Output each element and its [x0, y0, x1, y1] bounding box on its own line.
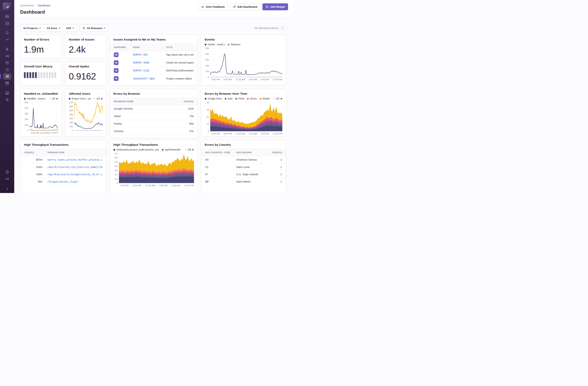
legend-item[interactable]: Releases — [228, 43, 240, 46]
assignee-avatar[interactable]: TE — [114, 52, 119, 57]
legend-item[interactable]: Handled : count( ) — [24, 97, 46, 100]
transaction-link[interactable]: /api/0/internal/rpc/{service_name}/{meth… — [47, 165, 102, 168]
legend-item[interactable]: Mobile S — [260, 97, 270, 100]
sidebar-item-stats[interactable] — [3, 90, 11, 96]
legend-item[interactable]: Known Users : cour — [69, 97, 91, 100]
ondemand-metrics-toggle[interactable] — [281, 26, 288, 30]
legend-label: Known Users : cour — [72, 97, 91, 100]
legend-dot-icon — [205, 44, 207, 45]
legend-label: /api/0/internal/r — [165, 148, 180, 151]
transaction-row: 109m/api/0/projects/{organization_id_or_… — [20, 171, 106, 178]
legend-dot-icon — [24, 98, 26, 100]
transaction-link[interactable]: sentry.tasks.process_buffer.process_incr — [47, 158, 102, 161]
releases-filter[interactable]: All Releases — [80, 24, 108, 32]
issue-link[interactable]: JAVASCRIPT-1BG2 — [133, 77, 166, 80]
assignee-avatar[interactable]: TE — [114, 76, 119, 81]
transaction-row: 367msentry.tasks.process_buffer.process_… — [20, 156, 106, 163]
x-tick-label: 12:00 PM — [273, 133, 282, 135]
assignee-avatar[interactable]: TE — [114, 60, 119, 65]
legend-item[interactable]: Google Chrome — [205, 97, 222, 100]
sidebar-item-issues[interactable] — [3, 13, 11, 20]
assignee-cell: TE — [114, 52, 133, 57]
projects-filter[interactable]: All Projects — [20, 24, 44, 32]
chevron-down-icon — [104, 27, 106, 29]
country-code: MF — [205, 180, 236, 183]
chart-plot-area — [74, 102, 103, 131]
sidebar-item-explore[interactable] — [3, 20, 11, 26]
add-widget-button[interactable]: Add Widget — [262, 3, 288, 10]
pagination-prev-icon[interactable]: ◀ — [49, 98, 50, 100]
browser-name: Google Chrome — [114, 107, 176, 110]
y-tick-label: 4m — [115, 165, 118, 167]
time-filter[interactable]: 24H — [63, 24, 77, 32]
sidebar-item-dashboards[interactable] — [3, 73, 11, 80]
issue-title: SoftTimeLimitExceeded — [166, 69, 194, 72]
issue-link[interactable]: SENTRY-16H8 — [133, 61, 166, 64]
chevron-right-icon — [5, 187, 9, 191]
issue-row: TEJAVASCRIPT-1BG2Project creation failed — [110, 74, 198, 82]
sidebar-item-help[interactable] — [3, 169, 11, 175]
sidebar-item-lightning[interactable] — [3, 46, 11, 52]
legend-dot-icon — [162, 149, 164, 151]
alerts-icon — [5, 68, 9, 71]
x-axis-line — [29, 130, 58, 131]
sentry-logo[interactable] — [3, 2, 11, 10]
issue-link[interactable]: SENTRY-VD5 — [133, 53, 166, 56]
legend-item[interactable]: Events : count( ) — [205, 43, 225, 46]
assignee-avatar[interactable]: TE — [114, 68, 119, 73]
country-region: American Samoa — [236, 158, 268, 161]
misery-bar — [43, 72, 45, 78]
x-tick-label: 4:00 PM — [31, 132, 39, 134]
legend-item[interactable]: Firefox — [235, 97, 244, 100]
browser-row: Firefox64k — [110, 120, 198, 128]
transaction-link[interactable]: /api/0/projects/{organization_id_or_slug… — [47, 173, 102, 176]
pagination-prev-icon[interactable]: ◀ — [273, 98, 275, 100]
pagination-prev-icon[interactable]: ◀ — [185, 149, 186, 151]
y-axis-labels: 010k20k30k40k50k — [203, 48, 210, 77]
events-chart-svg — [210, 48, 282, 77]
sidebar-collapse-button[interactable] — [3, 186, 11, 192]
breadcrumb-dashboards-link[interactable]: Dashboards — [20, 4, 34, 7]
widget-errors-by-country: Errors by Country GEO.COUNTRY_CODEGEO.RE… — [201, 140, 286, 193]
table-header: BROWSER.NAMECOUNT() — [110, 98, 198, 105]
sidebar-item-alerts[interactable] — [3, 66, 11, 72]
pagination-next-icon[interactable]: ▶ — [101, 98, 103, 100]
issue-row: TESENTRY-VD5Tag value was not a strin — [110, 51, 198, 59]
sidebar-item-search[interactable] — [3, 30, 11, 36]
y-tick-label: 4k — [207, 101, 209, 104]
browser_time-chart-svg — [210, 102, 282, 131]
legend-item[interactable]: Safari — [225, 97, 232, 100]
sidebar-item-megaphone[interactable] — [3, 53, 11, 59]
sidebar-item-broadcast[interactable] — [3, 176, 11, 182]
edit-dashboard-button[interactable]: Edit Dashboard — [230, 3, 260, 10]
x-axis-line — [119, 183, 194, 183]
give-feedback-button[interactable]: Give Feedback — [198, 3, 228, 10]
pagination-count: 1/6 — [188, 148, 191, 151]
y-axis-labels: 0100200300400500600700 — [67, 102, 74, 131]
legend-item[interactable]: /api/0/internal/r — [162, 148, 180, 151]
widget-title: Errors by Browser Over Time — [205, 92, 282, 95]
transaction-link[interactable]: /{organization_slug}/ — [47, 180, 102, 183]
pagination-prev-icon[interactable]: ◀ — [93, 98, 95, 100]
legend-item[interactable]: Chrome — [247, 97, 257, 100]
releases-filter-pill: All Releases — [80, 24, 109, 32]
x-axis-labels: 4:00 PM8:00 PM12:00 AM4:00 AM8:00 AM12:0… — [201, 77, 286, 81]
sidebar-item-releases[interactable] — [3, 80, 11, 86]
sidebar-item-replays[interactable] — [3, 60, 11, 66]
envs-filter[interactable]: All Envs — [44, 24, 63, 32]
table-header: GEO.COUNTRY_CODEGEO.REGIONCOUNT() — [201, 149, 286, 156]
line-series-known-users — [74, 122, 103, 129]
pagination-count: 1/3 — [52, 97, 55, 100]
country-region: Saint Lucia — [236, 165, 268, 168]
x-axis-line — [74, 130, 103, 131]
pagination-next-icon[interactable]: ▶ — [57, 98, 58, 100]
pagination-next-icon[interactable]: ▶ — [192, 149, 194, 151]
trends-icon — [5, 38, 9, 42]
pagination-next-icon[interactable]: ▶ — [281, 98, 282, 100]
issue-link[interactable]: SENTRY-32ZQ — [133, 69, 166, 72]
sidebar-item-trends[interactable] — [3, 36, 11, 43]
legend-item[interactable]: sentry.tasks.process_buffer.process_incr — [113, 148, 159, 151]
sidebar-item-settings[interactable] — [3, 96, 11, 103]
handled-chart-svg — [29, 102, 58, 131]
x-tick-label: 12:00 AM — [235, 78, 245, 81]
